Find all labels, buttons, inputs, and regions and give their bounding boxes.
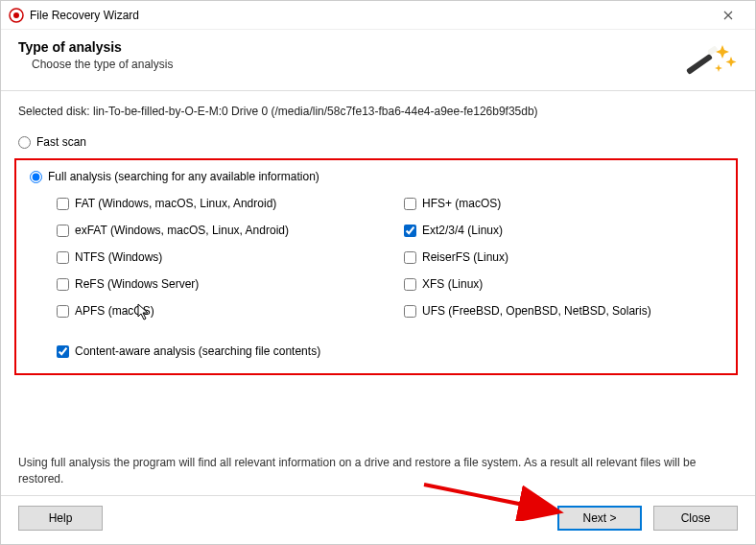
full-analysis-label: Full analysis (searching for any availab… [48, 170, 319, 183]
wizard-window: File Recovery Wizard Type of analysis Ch… [0, 0, 756, 545]
fs-checkbox-apfs[interactable]: APFS (macOS) [57, 304, 375, 318]
next-button[interactable]: Next > [557, 506, 642, 531]
fs-checkbox-ntfs[interactable]: NTFS (Windows) [57, 250, 375, 264]
fs-checkbox-fat[interactable]: FAT (Windows, macOS, Linux, Android) [57, 197, 375, 210]
close-icon[interactable] [709, 2, 747, 29]
page-subtitle: Choose the type of analysis [32, 58, 173, 71]
full-analysis-radio[interactable]: Full analysis (searching for any availab… [30, 170, 722, 183]
titlebar: File Recovery Wizard [1, 1, 755, 30]
svg-rect-3 [707, 45, 719, 56]
svg-rect-2 [686, 54, 713, 75]
fs-checkbox-ext[interactable]: Ext2/3/4 (Linux) [404, 224, 722, 237]
help-button[interactable]: Help [18, 506, 103, 531]
full-analysis-group: Full analysis (searching for any availab… [14, 158, 738, 375]
fast-scan-radio[interactable]: Fast scan [18, 135, 738, 149]
close-button[interactable]: Close [653, 506, 738, 531]
svg-point-1 [13, 12, 19, 18]
button-bar: Help Next > Close [1, 496, 755, 544]
wizard-header: Type of analysis Choose the type of anal… [1, 30, 755, 90]
content-aware-label: Content-aware analysis (searching file c… [75, 344, 320, 358]
info-text: Using full analysis the program will fin… [18, 455, 738, 487]
fs-checkbox-exfat[interactable]: exFAT (Windows, macOS, Linux, Android) [57, 224, 375, 237]
app-icon [9, 8, 24, 23]
selected-disk-label: Selected disk: lin-To-be-filled-by-O-E-M… [18, 105, 738, 118]
filesystem-grid: FAT (Windows, macOS, Linux, Android) HFS… [57, 197, 722, 318]
fs-checkbox-xfs[interactable]: XFS (Linux) [404, 277, 722, 291]
content-aware-checkbox[interactable]: Content-aware analysis (searching file c… [57, 344, 722, 358]
fs-checkbox-reiserfs[interactable]: ReiserFS (Linux) [404, 250, 722, 264]
page-title: Type of analysis [18, 39, 173, 55]
fs-checkbox-refs[interactable]: ReFS (Windows Server) [57, 277, 375, 291]
content-area: Selected disk: lin-To-be-filled-by-O-E-M… [1, 91, 755, 445]
wizard-wand-icon [680, 39, 738, 83]
window-title: File Recovery Wizard [30, 9, 709, 22]
fs-checkbox-hfsplus[interactable]: HFS+ (macOS) [404, 197, 722, 210]
fs-checkbox-ufs[interactable]: UFS (FreeBSD, OpenBSD, NetBSD, Solaris) [404, 304, 722, 318]
fast-scan-label: Fast scan [36, 135, 86, 149]
